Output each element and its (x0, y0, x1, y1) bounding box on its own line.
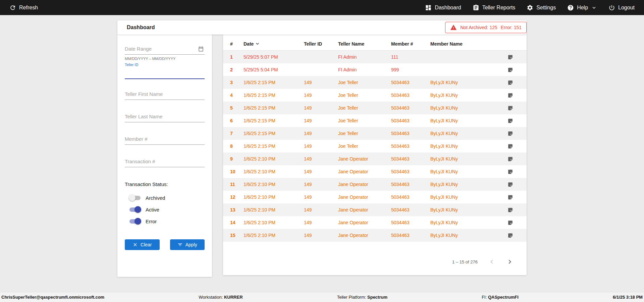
cell-col-tid: 149 (304, 233, 338, 238)
cell-col-mnum: 5034463 (391, 143, 430, 149)
cell-col-tname: Jane Operator (338, 207, 391, 213)
cell-col-date: 5/29/25 5:07 PM (244, 54, 304, 60)
nav-help-label: Help (577, 5, 588, 11)
cell-col-date: 1/6/25 2:10 PM (244, 220, 304, 225)
note-icon[interactable] (501, 105, 520, 111)
refresh-label: Refresh (19, 5, 38, 11)
active-switch[interactable] (129, 206, 141, 213)
teller-last-name-input[interactable] (125, 111, 205, 122)
cell-col-date: 1/6/25 2:15 PM (244, 118, 304, 123)
previous-page-button[interactable] (488, 258, 496, 266)
note-icon[interactable] (501, 143, 520, 149)
table-header: # Date Teller ID Teller Name Member # Me… (223, 37, 527, 51)
note-icon[interactable] (501, 233, 520, 238)
cell-col-tid: 149 (304, 143, 338, 149)
cell-col-num: 6 (230, 118, 244, 123)
teller-first-name-input[interactable] (125, 88, 205, 100)
transaction-number-input[interactable] (125, 156, 205, 167)
table-row[interactable]: 61/6/25 2:15 PM149Joe Teller5034463ByLyJ… (223, 114, 527, 127)
chevron-down-icon (591, 5, 597, 11)
cell-col-date: 1/6/25 2:10 PM (244, 233, 304, 238)
date-range-input[interactable] (125, 43, 197, 54)
cell-col-tid: 149 (304, 194, 338, 200)
cell-col-mnum: 5034463 (391, 182, 430, 187)
col-header-num[interactable]: # (230, 41, 244, 47)
col-header-date[interactable]: Date (244, 41, 304, 47)
cell-col-mname: ByLyJI KUNy (430, 156, 501, 162)
nav-teller-reports[interactable]: Teller Reports (473, 4, 516, 11)
cell-col-mnum: 5034463 (391, 207, 430, 213)
archived-switch[interactable] (129, 194, 141, 201)
cell-col-mnum: 5034463 (391, 194, 430, 200)
nav-dashboard[interactable]: Dashboard (425, 4, 461, 11)
nav-settings[interactable]: Settings (527, 4, 556, 11)
table-row[interactable]: 31/6/25 2:15 PM149Joe Teller5034463ByLyJ… (223, 76, 527, 89)
note-icon[interactable] (501, 207, 520, 213)
next-page-button[interactable] (506, 258, 514, 266)
note-icon[interactable] (501, 93, 520, 98)
table-row[interactable]: 15/29/25 5:07 PMFI Admin111 (223, 51, 527, 63)
cell-col-num: 4 (230, 93, 244, 98)
cell-col-date: 1/6/25 2:15 PM (244, 131, 304, 136)
nav-logout[interactable]: Logout (608, 4, 635, 11)
cell-col-mname: ByLyJI KUNy (430, 169, 501, 174)
active-toggle-label: Active (146, 207, 159, 213)
note-icon[interactable] (501, 118, 520, 124)
cell-col-mnum: 111 (391, 54, 430, 60)
content: Dashboard Not Archived: 125 Error: 151 (117, 20, 527, 277)
col-header-member-name[interactable]: Member Name (430, 41, 501, 47)
cell-col-mname: ByLyJI KUNy (430, 220, 501, 225)
nav-help[interactable]: Help (567, 4, 597, 11)
table-row[interactable]: 25/29/25 5:04 PMFI Admin999 (223, 63, 527, 76)
note-icon[interactable] (501, 182, 520, 187)
col-header-member-num[interactable]: Member # (391, 41, 430, 47)
note-icon[interactable] (501, 156, 520, 162)
reports-icon (473, 4, 479, 11)
sort-desc-icon (255, 41, 260, 47)
table-row[interactable]: 131/6/25 2:10 PM149Jane Operator5034463B… (223, 203, 527, 216)
note-icon[interactable] (501, 169, 520, 175)
cell-col-tname: Jane Operator (338, 194, 391, 200)
note-icon[interactable] (501, 131, 520, 136)
cell-col-tname: Joe Teller (338, 143, 391, 149)
cell-col-date: 5/29/25 5:04 PM (244, 67, 304, 72)
table-row[interactable]: 111/6/25 2:10 PM149Jane Operator5034463B… (223, 178, 527, 191)
toggle-active[interactable]: Active (125, 206, 205, 213)
table-row[interactable]: 101/6/25 2:10 PM149Jane Operator5034463B… (223, 165, 527, 178)
note-icon[interactable] (501, 194, 520, 200)
clear-button[interactable]: Clear (125, 239, 160, 250)
note-icon[interactable] (501, 54, 520, 60)
table-row[interactable]: 91/6/25 2:10 PM149Jane Operator5034463By… (223, 153, 527, 165)
cell-col-num: 13 (230, 207, 244, 213)
cell-col-num: 8 (230, 143, 244, 149)
table-row[interactable]: 41/6/25 2:15 PM149Joe Teller5034463ByLyJ… (223, 89, 527, 102)
cell-col-mname: ByLyJI KUNy (430, 207, 501, 213)
toggle-archived[interactable]: Archived (125, 194, 205, 201)
note-icon[interactable] (501, 67, 520, 73)
toggle-error[interactable]: Error (125, 218, 205, 225)
note-icon[interactable] (501, 80, 520, 85)
note-icon[interactable] (501, 220, 520, 226)
table-row[interactable]: 51/6/25 2:15 PM149Joe Teller5034463ByLyJ… (223, 102, 527, 114)
col-header-teller-name[interactable]: Teller Name (338, 41, 391, 47)
table-row[interactable]: 141/6/25 2:10 PM149Jane Operator5034463B… (223, 216, 527, 229)
table-row[interactable]: 81/6/25 2:15 PM149Joe Teller5034463ByLyJ… (223, 140, 527, 153)
filter-icon (177, 242, 183, 247)
table-row[interactable]: 71/6/25 2:15 PM149Joe Teller5034463ByLyJ… (223, 127, 527, 140)
apply-button[interactable]: Apply (170, 239, 205, 250)
cell-col-tname: Joe Teller (338, 80, 391, 85)
table-row[interactable]: 151/6/25 2:10 PM149Jane Operator5034463B… (223, 229, 527, 242)
page: Dashboard Not Archived: 125 Error: 151 (0, 15, 644, 292)
teller-id-input[interactable] (125, 67, 205, 79)
calendar-icon[interactable] (197, 45, 205, 53)
cell-col-mname: ByLyJI KUNy (430, 105, 501, 111)
member-number-input[interactable] (125, 133, 205, 145)
error-switch[interactable] (129, 218, 141, 225)
alert-banner: Not Archived: 125 Error: 151 (445, 22, 527, 33)
page-header: Dashboard Not Archived: 125 Error: 151 (117, 20, 527, 35)
col-header-teller-id[interactable]: Teller ID (304, 41, 338, 47)
cell-col-tname: Joe Teller (338, 93, 391, 98)
cell-col-num: 12 (230, 194, 244, 200)
refresh-button[interactable]: Refresh (9, 4, 38, 11)
table-row[interactable]: 121/6/25 2:10 PM149Jane Operator5034463B… (223, 191, 527, 203)
